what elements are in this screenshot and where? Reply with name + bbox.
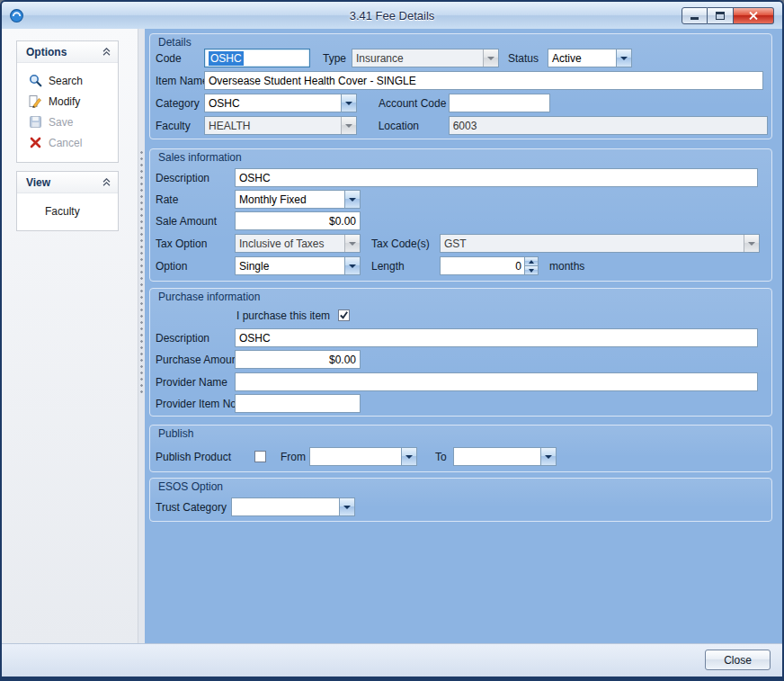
faculty-select: HEALTH [204, 116, 357, 135]
sidebar-item-faculty[interactable]: Faculty [17, 201, 118, 221]
account-code-label: Account Code [377, 97, 449, 110]
purchase-amount-input[interactable] [235, 350, 361, 369]
dropdown-arrow-icon [483, 49, 498, 67]
publish-to-select[interactable] [453, 447, 557, 466]
maximize-button[interactable] [708, 7, 734, 24]
form-row: Sale Amount [154, 211, 768, 230]
sales-group: Sales information Description Rate Month… [149, 148, 772, 282]
form-row: Faculty HEALTH Location [154, 116, 768, 135]
dropdown-arrow-icon [401, 448, 416, 465]
sidebar-item-search[interactable]: Search [17, 70, 118, 91]
maximize-icon [716, 12, 725, 20]
form-row: Rate Monthly Fixed [154, 190, 768, 209]
option-label: Option [154, 260, 235, 273]
spinner-up-button[interactable] [525, 257, 538, 265]
category-value: OSHC [205, 94, 341, 112]
dropdown-arrow-icon [616, 49, 631, 67]
window-title: 3.41 Fee Details [2, 9, 782, 22]
item-name-input[interactable] [204, 71, 763, 90]
dropdown-arrow-icon [344, 191, 360, 208]
rate-select[interactable]: Monthly Fixed [235, 190, 361, 209]
group-title: Details [158, 36, 192, 49]
length-spinner[interactable] [440, 256, 539, 275]
minimize-button[interactable] [682, 7, 708, 24]
splitter[interactable] [138, 29, 145, 643]
modify-icon [29, 94, 42, 108]
tax-codes-label: Tax Code(s) [370, 237, 440, 250]
view-panel-header[interactable]: View [17, 172, 118, 193]
type-value: Insurance [352, 49, 483, 67]
sales-description-input[interactable] [235, 168, 758, 187]
form-row: Provider Item No [154, 394, 768, 413]
trust-category-select[interactable] [231, 497, 355, 516]
trust-category-label: Trust Category [154, 501, 231, 514]
status-label: Status [506, 52, 542, 65]
dropdown-arrow-icon [344, 235, 360, 252]
view-panel-title: View [26, 176, 50, 189]
dropdown-arrow-icon [344, 257, 360, 274]
dropdown-arrow-icon [339, 498, 354, 515]
location-input [449, 116, 768, 135]
spinner-down-button[interactable] [525, 265, 538, 274]
provider-name-input[interactable] [235, 372, 758, 391]
status-value: Active [548, 49, 616, 67]
app-body: Options Search [2, 29, 782, 643]
form-row: Category OSHC Account Code [154, 94, 768, 112]
options-panel-header[interactable]: Options [17, 41, 118, 63]
form-row: Description [154, 328, 768, 347]
group-title: Sales information [158, 151, 242, 164]
sidebar-item-save: Save [17, 112, 118, 132]
collapse-chevron-icon[interactable] [102, 178, 111, 186]
titlebar[interactable]: 3.41 Fee Details [2, 2, 782, 29]
code-selected-text: OSHC [209, 51, 244, 66]
faculty-value: HEALTH [205, 117, 341, 134]
details-group: Details Code OSHC Type Insurance Status … [149, 33, 772, 139]
option-value: Single [236, 257, 344, 274]
option-select[interactable]: Single [235, 256, 361, 275]
publish-from-select[interactable] [309, 447, 417, 466]
purchase-item-checkbox-label: I purchase this item [235, 309, 330, 322]
form-row: Tax Option Inclusive of Taxes Tax Code(s… [154, 234, 768, 253]
cancel-icon [29, 136, 42, 149]
provider-item-no-label: Provider Item No [154, 398, 235, 410]
code-input[interactable]: OSHC [204, 49, 310, 67]
sidebar-item-label: Save [49, 116, 73, 129]
provider-item-no-input[interactable] [235, 394, 361, 413]
sale-amount-input[interactable] [235, 211, 361, 230]
tax-codes-value: GST [441, 235, 744, 252]
close-button[interactable]: Close [705, 650, 771, 670]
publish-product-label: Publish Product [154, 451, 254, 463]
publish-to-value [454, 448, 540, 465]
save-icon [29, 115, 42, 129]
account-code-input[interactable] [449, 94, 550, 112]
publish-from-value [310, 448, 401, 465]
sidebar-item-label: Cancel [49, 137, 82, 149]
purchase-description-label: Description [154, 332, 235, 345]
type-select: Insurance [352, 49, 499, 67]
length-unit-label: months [548, 260, 584, 273]
options-panel-items: Search Modify [17, 63, 118, 162]
spinner-buttons [524, 257, 538, 274]
splitter-grip-icon [140, 150, 143, 395]
close-window-button[interactable] [734, 7, 774, 24]
collapse-chevron-icon[interactable] [102, 48, 111, 56]
form-row: Publish Product From To [154, 447, 768, 466]
length-input[interactable] [441, 257, 524, 274]
item-name-label: Item Name [154, 75, 204, 87]
sidebar-item-label: Search [49, 75, 83, 87]
category-label: Category [154, 97, 204, 110]
purchase-description-input[interactable] [235, 328, 758, 347]
group-title: Publish [158, 427, 193, 440]
rate-label: Rate [154, 193, 235, 206]
options-panel-title: Options [26, 46, 67, 58]
publish-to-label: To [433, 451, 453, 463]
publish-product-checkbox[interactable] [254, 451, 266, 462]
purchase-item-checkbox[interactable] [338, 309, 350, 321]
tax-codes-select: GST [440, 234, 760, 253]
trust-category-value [232, 498, 339, 515]
sales-description-label: Description [154, 172, 235, 184]
status-select[interactable]: Active [548, 49, 632, 67]
sidebar-item-modify[interactable]: Modify [17, 91, 118, 112]
category-select[interactable]: OSHC [204, 94, 357, 112]
form-row: Code OSHC Type Insurance Status Active [154, 49, 768, 67]
